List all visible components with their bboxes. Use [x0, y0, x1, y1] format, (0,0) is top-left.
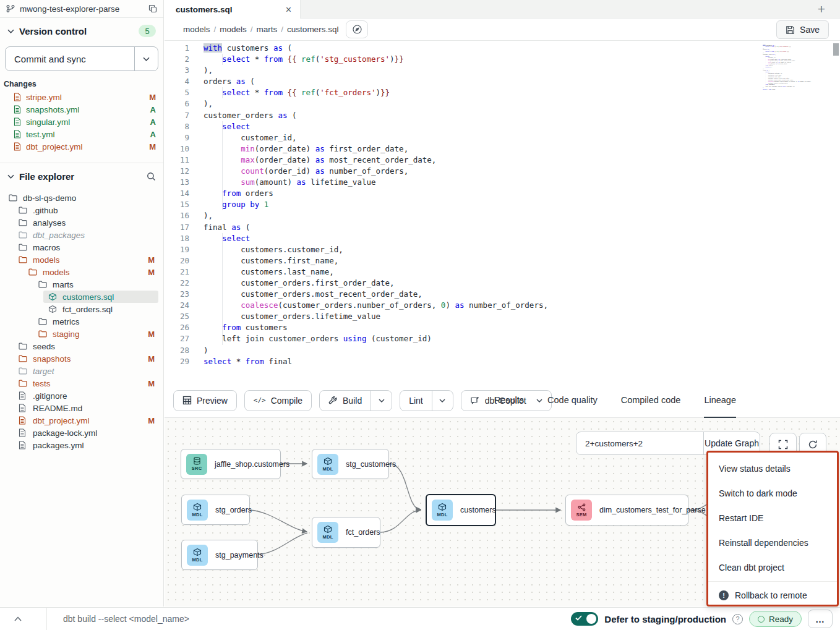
code-line[interactable]: 3),	[165, 65, 840, 76]
breadcrumb-segment[interactable]: models	[183, 25, 210, 34]
lineage-search-input[interactable]	[576, 432, 703, 454]
file-tree-item[interactable]: stagingM	[0, 328, 163, 340]
file-tree-item[interactable]: fct_orders.sql	[0, 303, 163, 315]
code-line[interactable]: 22 customer_orders.first_order_date,	[165, 278, 840, 289]
close-icon[interactable]: ×	[286, 5, 291, 15]
change-item[interactable]: singular.ymlA	[0, 116, 163, 128]
defer-toggle[interactable]	[571, 612, 598, 626]
file-tree-item[interactable]: .gitignore	[0, 389, 163, 402]
command-input-placeholder[interactable]: dbt build --select <model_name>	[63, 614, 189, 624]
file-tree-item[interactable]: snapshotsM	[0, 352, 163, 365]
change-item[interactable]: stripe.ymlM	[0, 91, 163, 103]
code-line[interactable]: 9 customer_id,	[165, 132, 840, 143]
code-editor[interactable]: 1with customers as (2 select * from {{ r…	[165, 41, 840, 383]
code-line[interactable]: 4orders as (	[165, 76, 840, 87]
lineage-panel[interactable]: SRCjaffle_shop.customersMDLstg_customers…	[165, 418, 840, 607]
build-button[interactable]: Build	[319, 390, 392, 411]
code-line[interactable]: 16),	[165, 210, 840, 221]
lint-options-chevron[interactable]	[432, 391, 453, 411]
file-tree-item[interactable]: testsM	[0, 377, 163, 389]
menu-item-view-status-details[interactable]: View status details	[708, 456, 837, 481]
code-line[interactable]: 8 select	[165, 121, 840, 132]
lineage-node[interactable]: MDLstg_orders	[181, 495, 250, 525]
lineage-node[interactable]: SEMdim_customers_test_for_parse	[565, 495, 688, 526]
version-control-header[interactable]: Version control 5	[0, 22, 163, 40]
editor-scrollbar[interactable]	[833, 42, 839, 382]
build-options-chevron[interactable]	[371, 391, 392, 411]
lint-button[interactable]: Lint	[400, 390, 453, 411]
code-line[interactable]: 12 count(order_id) as number_of_orders,	[165, 166, 840, 177]
code-line[interactable]: 28)	[165, 345, 840, 356]
search-icon[interactable]	[147, 172, 156, 181]
file-tree-item[interactable]: README.md	[0, 402, 163, 414]
code-line[interactable]: 25 customer_orders.lifetime_value	[165, 311, 840, 322]
breadcrumb-segment[interactable]: models	[220, 25, 247, 34]
change-item[interactable]: test.ymlA	[0, 128, 163, 140]
breadcrumb-segment[interactable]: customers.sql	[287, 25, 338, 34]
file-tree-item[interactable]: modelsM	[0, 253, 163, 266]
menu-item-reinstall-dependencies[interactable]: Reinstall dependencies	[708, 530, 837, 555]
lineage-node[interactable]: MDLcustomers	[426, 494, 496, 526]
expand-command-bar-button[interactable]	[0, 608, 47, 630]
more-options-button[interactable]: …	[808, 610, 833, 628]
code-line[interactable]: 27 left join customer_orders using (cust…	[165, 333, 840, 344]
file-tree-item[interactable]: marts	[0, 278, 163, 291]
change-item[interactable]: snapshots.ymlA	[0, 103, 163, 116]
code-line[interactable]: 23 customer_orders.most_recent_order_dat…	[165, 289, 840, 300]
file-tree-item[interactable]: metrics	[0, 315, 163, 328]
file-tree-item[interactable]: db-sl-qs-demo	[0, 192, 163, 204]
locate-in-tree-button[interactable]	[346, 20, 368, 38]
file-tree-item[interactable]: modelsM	[0, 266, 163, 278]
commit-options-chevron[interactable]	[134, 47, 158, 70]
code-line[interactable]: 11 max(order_date) as most_recent_order_…	[165, 155, 840, 166]
copy-icon[interactable]	[148, 4, 157, 13]
breadcrumb-segment[interactable]: marts	[257, 25, 278, 34]
file-tree-item[interactable]: packages.yml	[0, 439, 163, 451]
preview-button[interactable]: Preview	[173, 390, 237, 411]
code-line[interactable]: 24 coalesce(customer_orders.number_of_or…	[165, 300, 840, 311]
lineage-node[interactable]: SRCjaffle_shop.customers	[181, 449, 281, 479]
change-item[interactable]: dbt_project.ymlM	[0, 140, 163, 153]
code-line[interactable]: 5 select * from {{ ref('fct_orders')}}	[165, 87, 840, 98]
lineage-node[interactable]: MDLstg_payments	[181, 540, 258, 570]
menu-item-restart-ide[interactable]: Restart IDE	[708, 506, 837, 530]
file-tree-item[interactable]: dbt_packages	[0, 229, 163, 241]
code-line[interactable]: 13 sum(amount) as lifetime_value	[165, 177, 840, 188]
code-line[interactable]: 29select * from final	[165, 356, 840, 367]
file-tree-item[interactable]: macros	[0, 241, 163, 253]
code-line[interactable]: 19 customers.customer_id,	[165, 244, 840, 255]
file-tree-item[interactable]: analyses	[0, 216, 163, 229]
compile-button[interactable]: </> Compile	[244, 390, 312, 411]
code-line[interactable]: 21 customers.last_name,	[165, 266, 840, 278]
menu-item-clean-dbt-project[interactable]: Clean dbt project	[708, 555, 837, 580]
code-line[interactable]: 2 select * from {{ ref('stg_customers')}…	[165, 54, 840, 65]
lineage-node[interactable]: MDLfct_orders	[312, 517, 380, 548]
status-ready-pill[interactable]: Ready	[749, 611, 802, 627]
file-tree-item[interactable]: .github	[0, 204, 163, 216]
file-tree-item[interactable]: target	[0, 365, 163, 377]
new-tab-button[interactable]: +	[818, 0, 825, 19]
code-line[interactable]: 6),	[165, 98, 840, 109]
tab-customers-sql[interactable]: customers.sql ×	[165, 0, 301, 19]
lineage-node[interactable]: MDLstg_customers	[312, 449, 389, 479]
file-tree-item[interactable]: customers.sql	[0, 291, 163, 303]
menu-item-rollback-to-remote[interactable]: !Rollback to remote	[708, 583, 837, 608]
help-icon[interactable]: ?	[732, 614, 743, 624]
tab-lineage[interactable]: Lineage	[704, 383, 736, 418]
code-line[interactable]: 18 select	[165, 233, 840, 244]
tab-code-quality[interactable]: Code quality	[547, 383, 598, 418]
file-tree-item[interactable]: package-lock.yml	[0, 427, 163, 439]
tab-compiled-code[interactable]: Compiled code	[621, 383, 681, 418]
code-line[interactable]: 20 customers.first_name,	[165, 255, 840, 266]
tab-results[interactable]: Results	[494, 383, 524, 418]
code-line[interactable]: 1with customers as (	[165, 43, 840, 54]
code-line[interactable]: 10 min(order_date) as first_order_date,	[165, 143, 840, 155]
code-line[interactable]: 14 from orders	[165, 188, 840, 199]
code-line[interactable]: 7customer_orders as (	[165, 110, 840, 121]
save-button[interactable]: Save	[776, 20, 829, 39]
code-line[interactable]: 26 from customers	[165, 322, 840, 333]
file-explorer-header[interactable]: File explorer	[0, 166, 163, 187]
commit-and-sync-button[interactable]: Commit and sync	[5, 46, 158, 71]
code-line[interactable]: 17final as (	[165, 222, 840, 233]
code-line[interactable]: 15 group by 1	[165, 199, 840, 210]
